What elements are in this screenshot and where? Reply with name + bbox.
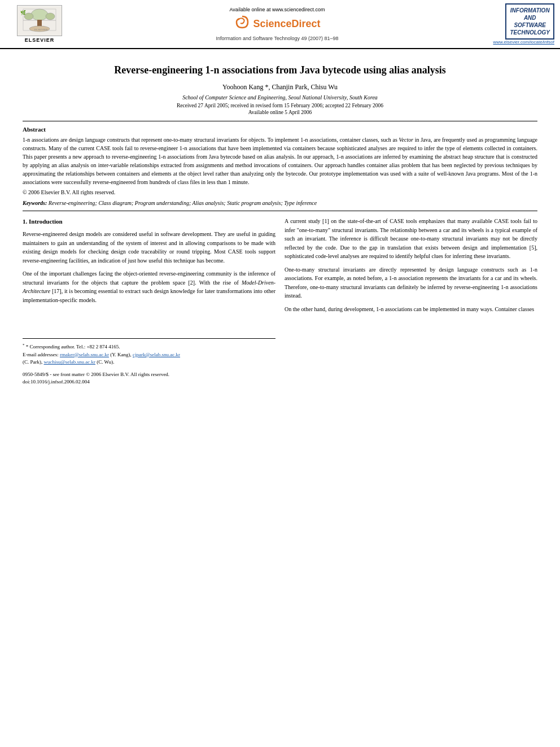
keywords-text: Reverse-engineering; Class diagram; Prog… xyxy=(49,200,317,206)
svg-point-4 xyxy=(31,9,48,20)
elsevier-logo: 🌿 ELSEVIER ELSEVIER xyxy=(17,5,62,43)
elsevier-logo-image: 🌿 ELSEVIER xyxy=(17,5,62,36)
header-right: INFORMATION AND SOFTWARE TECHNOLOGY www.… xyxy=(481,3,554,45)
divider-middle xyxy=(23,211,537,211)
abstract-body: 1-n associations are design language con… xyxy=(23,137,537,185)
journal-url[interactable]: www.elsevier.com/locate/infsof xyxy=(493,40,555,45)
svg-point-6 xyxy=(24,13,33,20)
journal-brand-text: INFORMATION AND SOFTWARE TECHNOLOGY xyxy=(510,7,550,36)
svg-point-7 xyxy=(46,13,55,20)
svg-rect-5 xyxy=(37,20,42,27)
issn-line: 0950-5849/$ - see front matter © 2006 El… xyxy=(23,371,275,379)
svg-text:ELSEVIER: ELSEVIER xyxy=(34,28,48,31)
col-right: A current study [1] on the state-of-the-… xyxy=(285,217,537,386)
copyright: © 2006 Elsevier B.V. All rights reserved… xyxy=(23,189,537,195)
elsevier-label: ELSEVIER xyxy=(25,37,55,43)
affiliation: School of Computer Science and Engineeri… xyxy=(23,94,537,101)
email-link-2[interactable]: cjpark@selab.snu.ac.kr xyxy=(133,352,180,357)
sciencedirect-text: ScienceDirect xyxy=(253,18,320,30)
two-column-body: 1. Introduction Reverse-engineered desig… xyxy=(23,217,537,386)
email-link-3[interactable]: wuchisu@selab.snu.ac.kr xyxy=(44,359,96,365)
authors: Yoohoon Kang *, Chanjin Park, Chisu Wu xyxy=(23,83,537,91)
sciencedirect-icon xyxy=(234,14,251,33)
header: 🌿 ELSEVIER ELSEVIER xyxy=(0,0,560,49)
header-center: Available online at www.sciencedirect.co… xyxy=(79,3,475,45)
footnotes: * * Corresponding author. Tel.: +82 2 87… xyxy=(23,338,275,366)
abstract-title: Abstract xyxy=(23,126,537,133)
section1-para2: One of the important challenges facing t… xyxy=(23,269,275,304)
abstract-text: 1-n associations are design language con… xyxy=(23,136,537,186)
section1-heading: 1. Introduction xyxy=(23,217,275,226)
section1-para3: A current study [1] on the state-of-the-… xyxy=(285,217,537,261)
received-info: Received 27 April 2005; received in revi… xyxy=(23,103,537,108)
col-left: 1. Introduction Reverse-engineered desig… xyxy=(23,217,275,386)
article-title: Reverse-engineering 1-n associations fro… xyxy=(23,63,537,77)
footnote-email-cont: (C. Park), wuchisu@selab.snu.ac.kr (C. W… xyxy=(23,359,275,366)
available-online: Available online 5 April 2006 xyxy=(23,110,537,115)
section1-para4: One-to-many structural invariants are di… xyxy=(285,265,537,300)
journal-title-header: Information and Software Technology 49 (… xyxy=(216,36,339,41)
page: 🌿 ELSEVIER ELSEVIER xyxy=(0,0,560,747)
footnote-email: E-mail addresses: rmaker@selab.snu.ac.kr… xyxy=(23,351,275,359)
section1-para1: Reverse-engineered design models are con… xyxy=(23,230,275,265)
available-online-text: Available online at www.sciencedirect.co… xyxy=(230,7,325,12)
abstract-section: Abstract 1-n associations are design lan… xyxy=(23,126,537,195)
footnote-corresponding: * * Corresponding author. Tel.: +82 2 87… xyxy=(23,342,275,351)
sciencedirect-logo: ScienceDirect xyxy=(234,14,320,33)
bottom-info: 0950-5849/$ - see front matter © 2006 El… xyxy=(23,371,275,386)
journal-brand: INFORMATION AND SOFTWARE TECHNOLOGY xyxy=(505,3,554,40)
doi-line: doi:10.1016/j.infsof.2006.02.004 xyxy=(23,378,275,386)
header-left: 🌿 ELSEVIER ELSEVIER xyxy=(6,3,73,45)
keywords-label: Keywords: xyxy=(23,200,49,206)
main-content: Reverse-engineering 1-n associations fro… xyxy=(0,49,560,397)
email-link-1[interactable]: rmaker@selab.snu.ac.kr xyxy=(60,352,109,357)
section1-para5: On the other hand, during development, 1… xyxy=(285,305,537,314)
keywords: Keywords: Reverse-engineering; Class dia… xyxy=(23,200,537,206)
divider-top xyxy=(23,121,537,121)
